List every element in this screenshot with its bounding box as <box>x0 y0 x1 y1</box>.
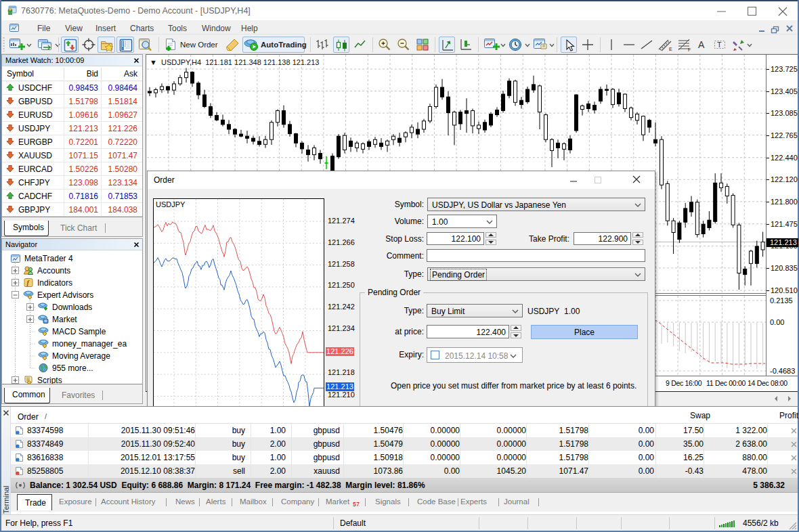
svg-text:Terminal: Terminal <box>2 485 10 514</box>
